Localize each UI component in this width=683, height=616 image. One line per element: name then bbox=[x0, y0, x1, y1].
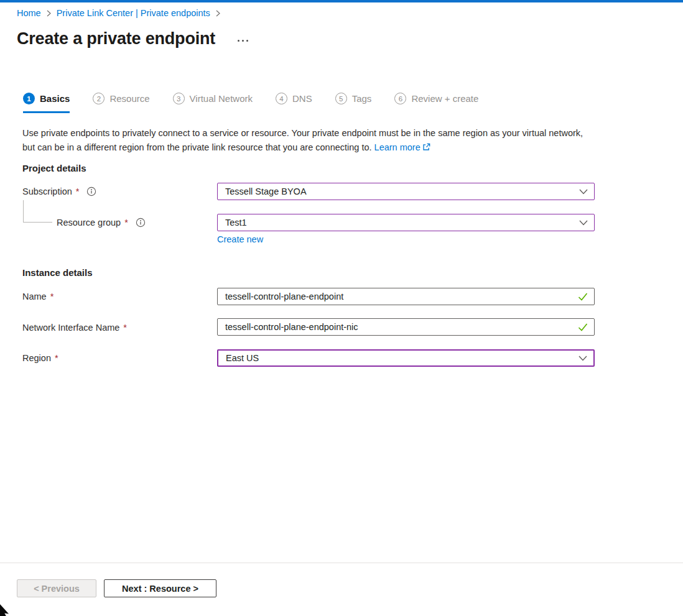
page-title: Create a private endpoint bbox=[17, 29, 215, 48]
network-interface-name-input[interactable] bbox=[225, 322, 578, 332]
tab-virtual-network[interactable]: 3 Virtual Network bbox=[173, 93, 253, 113]
tab-number-badge: 2 bbox=[93, 93, 105, 104]
more-options-icon[interactable] bbox=[236, 36, 249, 45]
chevron-right-icon bbox=[47, 9, 51, 17]
required-asterisk: * bbox=[76, 186, 80, 196]
top-accent-bar bbox=[0, 0, 683, 2]
chevron-down-icon bbox=[578, 356, 587, 361]
subscription-label: Subscription* bbox=[22, 186, 96, 196]
tab-number-badge: 4 bbox=[276, 93, 287, 104]
tab-number-badge: 6 bbox=[394, 93, 406, 104]
name-input-wrapper bbox=[217, 288, 595, 305]
info-icon[interactable] bbox=[136, 218, 146, 228]
valid-check-icon bbox=[578, 293, 588, 301]
tab-label: Tags bbox=[352, 93, 372, 104]
tab-label: Virtual Network bbox=[190, 93, 253, 104]
tab-number-badge: 1 bbox=[23, 93, 35, 104]
resource-group-value: Test1 bbox=[225, 218, 579, 228]
chevron-right-icon bbox=[216, 9, 220, 17]
region-label: Region* bbox=[22, 353, 58, 363]
tab-tags[interactable]: 5 Tags bbox=[335, 93, 372, 113]
required-asterisk: * bbox=[124, 218, 128, 228]
tab-resource[interactable]: 2 Resource bbox=[93, 93, 149, 113]
tab-dns[interactable]: 4 DNS bbox=[276, 93, 312, 113]
network-interface-name-input-wrapper bbox=[217, 318, 595, 336]
mouse-cursor bbox=[0, 604, 9, 616]
tab-number-badge: 5 bbox=[335, 93, 347, 104]
required-asterisk: * bbox=[55, 353, 58, 363]
footer-divider bbox=[0, 563, 683, 563]
page-description: Use private endpoints to privately conne… bbox=[22, 126, 586, 155]
region-select[interactable]: East US bbox=[217, 349, 595, 367]
wizard-tabs: 1 Basics 2 Resource 3 Virtual Network 4 … bbox=[23, 93, 478, 113]
resource-group-select[interactable]: Test1 bbox=[217, 214, 595, 231]
breadcrumb-link-private-link-center[interactable]: Private Link Center | Private endpoints bbox=[57, 8, 210, 18]
previous-button[interactable]: < Previous bbox=[17, 579, 96, 597]
label-text: Network Interface Name bbox=[22, 323, 119, 333]
required-asterisk: * bbox=[50, 292, 54, 301]
label-text: Resource group bbox=[57, 218, 121, 228]
tab-review-create[interactable]: 6 Review + create bbox=[394, 93, 478, 113]
external-link-icon bbox=[422, 141, 430, 155]
tab-number-badge: 3 bbox=[173, 93, 185, 104]
resource-group-label: Resource group* bbox=[57, 218, 146, 228]
network-interface-name-label: Network Interface Name* bbox=[22, 323, 127, 333]
next-resource-button[interactable]: Next : Resource > bbox=[104, 579, 216, 597]
tab-label: Basics bbox=[40, 93, 70, 104]
info-icon[interactable] bbox=[86, 186, 96, 196]
subscription-resource-group-connector bbox=[23, 200, 52, 223]
required-asterisk: * bbox=[123, 323, 127, 333]
learn-more-label: Learn more bbox=[374, 142, 420, 152]
learn-more-link[interactable]: Learn more bbox=[374, 142, 430, 152]
chevron-down-icon bbox=[579, 189, 588, 195]
valid-check-icon bbox=[578, 323, 588, 331]
create-new-link[interactable]: Create new bbox=[217, 234, 263, 244]
tab-basics[interactable]: 1 Basics bbox=[23, 93, 70, 113]
name-label: Name* bbox=[22, 292, 53, 301]
subscription-select[interactable]: Tessell Stage BYOA bbox=[217, 183, 595, 200]
region-value: East US bbox=[226, 353, 578, 363]
tab-label: Review + create bbox=[411, 93, 478, 104]
instance-details-heading: Instance details bbox=[22, 267, 93, 278]
breadcrumb-link-home[interactable]: Home bbox=[17, 8, 41, 18]
label-text: Region bbox=[22, 353, 51, 363]
label-text: Subscription bbox=[22, 186, 72, 196]
tab-label: DNS bbox=[292, 93, 312, 104]
chevron-down-icon bbox=[579, 220, 588, 226]
description-text: Use private endpoints to privately conne… bbox=[22, 128, 583, 152]
breadcrumb: Home Private Link Center | Private endpo… bbox=[17, 8, 220, 18]
subscription-value: Tessell Stage BYOA bbox=[225, 186, 579, 196]
name-input[interactable] bbox=[225, 292, 578, 301]
tab-label: Resource bbox=[109, 93, 149, 104]
project-details-heading: Project details bbox=[22, 163, 86, 173]
label-text: Name bbox=[22, 292, 47, 301]
